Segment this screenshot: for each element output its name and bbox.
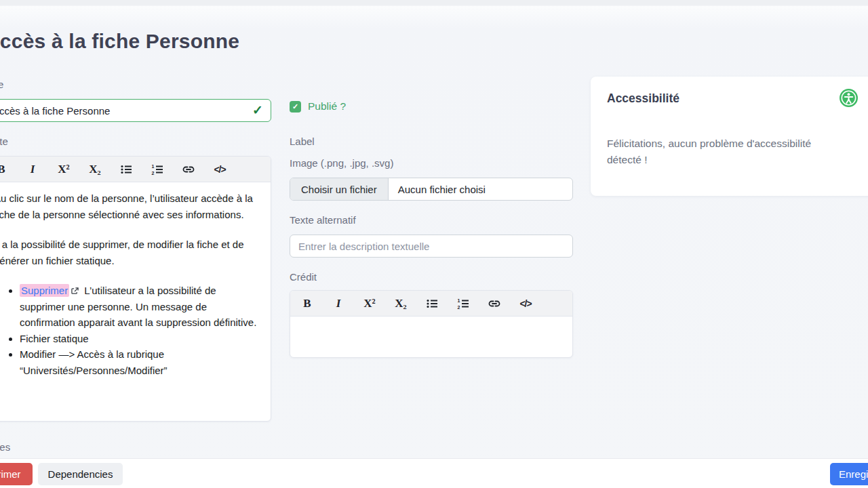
numbered-list-button[interactable]: 12: [448, 291, 479, 316]
accessibility-message: Félicitations, aucun problème d'accessib…: [607, 136, 834, 168]
accessibility-card: Accessibilité Félicitations, aucun probl…: [591, 77, 868, 196]
code-button[interactable]: </>: [510, 291, 541, 316]
svg-text:2: 2: [458, 304, 460, 309]
superscript-button[interactable]: X²: [354, 291, 385, 316]
accessibility-icon: [840, 89, 858, 110]
alt-text-label: Texte alternatif: [290, 214, 356, 226]
bold-icon: B: [303, 297, 311, 310]
image-label: Image (.png, .jpg, .svg): [290, 157, 393, 169]
texte-editor: B I X² X₂ 12 </> Au clic sur le nom de l…: [0, 156, 271, 422]
code-icon: </>: [214, 164, 225, 175]
list-item-text: Fichier statique: [20, 333, 89, 344]
page-title: Accès à la fiche Personne: [0, 30, 239, 53]
link-button[interactable]: [479, 291, 510, 316]
credit-editor: B I X² X₂ 12 </>: [290, 290, 573, 358]
bold-button[interactable]: B: [292, 291, 323, 316]
superscript-button[interactable]: X²: [48, 157, 79, 182]
texte-editor-toolbar: B I X² X₂ 12 </>: [0, 157, 271, 182]
choose-file-button[interactable]: Choisir un fichier: [290, 178, 389, 200]
texte-editor-body[interactable]: Au clic sur le nom de la personne, l’uti…: [0, 182, 271, 386]
italic-button[interactable]: I: [323, 291, 354, 316]
italic-icon: I: [31, 163, 35, 176]
editor-bullet-list: Supprimer L’utilisateur a la possibilité…: [0, 283, 261, 378]
title-field: ✓: [0, 99, 271, 122]
numbered-list-icon: 12: [151, 163, 163, 176]
subscript-icon: X₂: [395, 297, 406, 310]
supprimer-link[interactable]: Supprimer: [20, 284, 69, 297]
file-status-text: Aucun fichier choisi: [389, 178, 486, 200]
valid-check-icon: ✓: [252, 102, 263, 118]
save-button[interactable]: Enregistrer: [830, 463, 868, 485]
bulleted-list-icon: [426, 298, 438, 310]
published-label: Publié ?: [308, 100, 346, 113]
dependencies-button[interactable]: Dependencies: [38, 463, 123, 485]
editor-paragraph: Au clic sur le nom de la personne, l’uti…: [0, 190, 261, 222]
footer-action-bar: Supprimer Dependencies Enregistrer: [0, 458, 868, 488]
code-icon: </>: [519, 298, 531, 309]
published-checkbox[interactable]: ✓: [290, 101, 301, 113]
numbered-list-icon: 12: [457, 298, 469, 310]
svg-text:2: 2: [152, 170, 155, 175]
published-row: ✓ Publié ?: [290, 100, 346, 113]
link-icon: [182, 163, 195, 176]
list-item: Supprimer L’utilisateur a la possibilité…: [20, 283, 261, 331]
subscript-icon: X₂: [89, 163, 100, 176]
bulleted-list-icon: [120, 163, 132, 176]
numbered-list-button[interactable]: 12: [142, 157, 173, 182]
credit-label: Crédit: [290, 271, 317, 283]
image-file-input[interactable]: Choisir un fichier Aucun fichier choisi: [290, 178, 573, 201]
notes-label: Notes: [0, 441, 10, 453]
texte-label: Texte: [0, 136, 8, 147]
italic-icon: I: [336, 297, 341, 310]
link-button[interactable]: [173, 157, 204, 182]
svg-text:1: 1: [458, 298, 460, 303]
list-item: Modifier —> Accès à la rubrique “Univers…: [20, 346, 261, 378]
svg-text:1: 1: [152, 164, 155, 169]
superscript-icon: X²: [363, 297, 375, 310]
alt-text-input[interactable]: [290, 235, 573, 258]
subscript-button[interactable]: X₂: [79, 157, 111, 182]
titre-label: Titre: [0, 79, 3, 90]
bulleted-list-button[interactable]: [111, 157, 142, 182]
alt-text-field: [290, 235, 573, 258]
title-input[interactable]: [0, 99, 271, 122]
subscript-button[interactable]: X₂: [385, 291, 416, 316]
bold-icon: B: [0, 163, 5, 176]
link-icon: [488, 297, 501, 310]
credit-editor-toolbar: B I X² X₂ 12 </>: [290, 291, 572, 317]
accessibility-card-title: Accessibilité: [607, 92, 866, 106]
superscript-icon: X²: [58, 163, 69, 176]
list-item-text: Modifier —> Accès à la rubrique “Univers…: [20, 348, 167, 376]
delete-button[interactable]: Supprimer: [0, 463, 33, 485]
italic-button[interactable]: I: [17, 157, 48, 182]
code-button[interactable]: </>: [204, 157, 235, 182]
list-item: Fichier statique: [20, 331, 261, 347]
editor-paragraph: Il a la possibilité de supprimer, de mod…: [0, 237, 261, 268]
check-icon: ✓: [292, 103, 298, 110]
bulleted-list-button[interactable]: [416, 291, 448, 316]
external-link-icon: [71, 287, 79, 295]
credit-editor-body[interactable]: [290, 317, 572, 357]
bold-button[interactable]: B: [0, 157, 17, 182]
label-label: Label: [290, 136, 315, 147]
